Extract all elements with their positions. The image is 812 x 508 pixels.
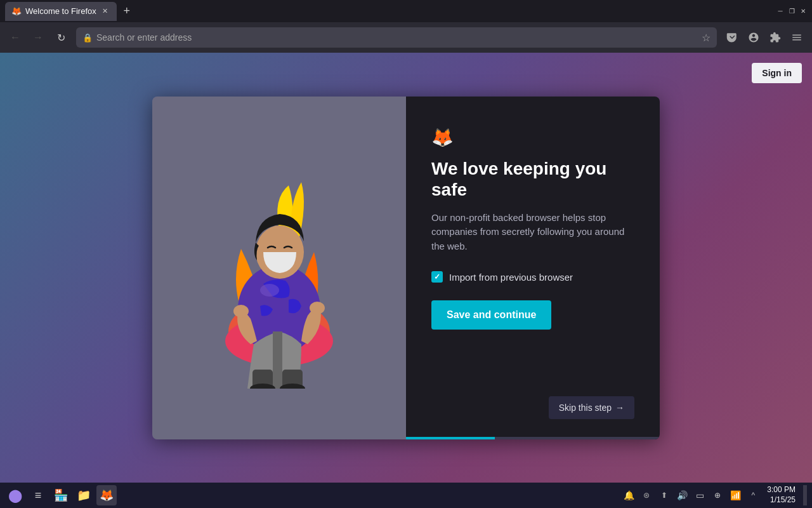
taskbar-file-manager[interactable]: ≡ xyxy=(28,485,48,505)
tab-welcome[interactable]: 🦊 Welcome to Firefox ✕ xyxy=(5,2,117,21)
notifications-icon[interactable]: 🔔 xyxy=(621,488,636,503)
overflow-icon[interactable]: ^ xyxy=(745,488,761,503)
steam-icon[interactable]: ⊛ xyxy=(639,488,654,503)
card-title: We love keeping you safe xyxy=(431,158,634,201)
skip-arrow-icon: → xyxy=(615,403,624,413)
skip-step-label: Skip this step xyxy=(559,403,612,413)
update-icon[interactable]: ⬆ xyxy=(657,488,672,503)
progress-bar xyxy=(406,437,660,439)
account-icon[interactable] xyxy=(743,27,764,48)
refresh-button[interactable]: ↻ xyxy=(51,27,71,48)
welcome-card: 🦊 We love keeping you safe Our non-profi… xyxy=(152,97,660,439)
back-button[interactable]: ← xyxy=(5,27,25,48)
pocket-icon[interactable] xyxy=(722,27,742,48)
mascot-svg xyxy=(190,147,368,389)
browser-content: Sign in xyxy=(0,53,812,483)
url-input[interactable] xyxy=(96,32,698,43)
system-clock[interactable]: 3:00 PM 1/15/25 xyxy=(763,485,799,505)
battery-icon[interactable]: ▭ xyxy=(692,488,707,503)
taskbar-system-tray: 🔔 ⊛ ⬆ 🔊 ▭ ⊕ 📶 ^ 3:00 PM 1/15/25 xyxy=(621,485,807,505)
taskbar-explorer[interactable]: 📁 xyxy=(74,485,94,505)
import-checkbox-row: ✓ Import from previous browser xyxy=(431,271,634,283)
tab-favicon-icon: 🦊 xyxy=(11,6,22,17)
start-button[interactable]: ⬤ xyxy=(5,485,25,505)
card-content: 🦊 We love keeping you safe Our non-profi… xyxy=(406,97,660,439)
svg-point-3 xyxy=(260,284,279,297)
url-bar[interactable]: 🔒 ☆ xyxy=(76,27,717,48)
import-checkbox-label: Import from previous browser xyxy=(449,272,573,283)
security-icon: 🔒 xyxy=(82,33,93,43)
clock-date: 1/15/25 xyxy=(767,495,796,505)
show-desktop-button[interactable] xyxy=(803,485,807,505)
minimize-button[interactable]: ─ xyxy=(776,8,784,15)
taskbar: ⬤ ≡ 🏪 📁 🦊 🔔 ⊛ ⬆ 🔊 ▭ ⊕ 📶 ^ 3:00 PM 1/15/2… xyxy=(0,483,812,508)
restore-button[interactable]: ❐ xyxy=(788,8,796,15)
skip-step-button[interactable]: Skip this step → xyxy=(549,396,634,419)
titlebar: 🦊 Welcome to Firefox ✕ + ─ ❐ ✕ xyxy=(0,0,812,22)
volume-icon[interactable]: 🔊 xyxy=(674,488,690,503)
tab-title: Welcome to Firefox xyxy=(25,6,96,16)
progress-bar-fill xyxy=(406,437,495,439)
svg-point-8 xyxy=(233,305,249,318)
bookmark-icon[interactable]: ☆ xyxy=(702,32,710,44)
import-checkbox[interactable]: ✓ xyxy=(431,271,443,283)
card-illustration xyxy=(152,97,406,439)
extensions-icon[interactable] xyxy=(765,27,785,48)
wifi-icon[interactable]: 📶 xyxy=(728,488,743,503)
save-continue-button[interactable]: Save and continue xyxy=(431,300,551,330)
clock-time: 3:00 PM xyxy=(767,485,796,495)
forward-button[interactable]: → xyxy=(28,27,48,48)
firefox-logo-icon: 🦊 xyxy=(431,127,634,148)
bluetooth-icon[interactable]: ⊕ xyxy=(710,488,725,503)
card-description: Our non-profit backed browser helps stop… xyxy=(431,211,634,254)
menu-icon[interactable] xyxy=(787,27,807,48)
taskbar-store[interactable]: 🏪 xyxy=(51,485,71,505)
nav-right-icons xyxy=(722,27,807,48)
window-controls: ─ ❐ ✕ xyxy=(776,8,807,15)
tab-close-button[interactable]: ✕ xyxy=(100,6,110,17)
new-tab-button[interactable]: + xyxy=(118,3,136,20)
tab-strip: 🦊 Welcome to Firefox ✕ + xyxy=(5,2,774,21)
checkmark-icon: ✓ xyxy=(434,272,440,281)
navbar: ← → ↻ 🔒 ☆ xyxy=(0,22,812,53)
svg-point-9 xyxy=(310,302,325,314)
sign-in-button[interactable]: Sign in xyxy=(752,63,802,83)
taskbar-firefox[interactable]: 🦊 xyxy=(96,485,117,505)
close-button[interactable]: ✕ xyxy=(799,8,807,15)
